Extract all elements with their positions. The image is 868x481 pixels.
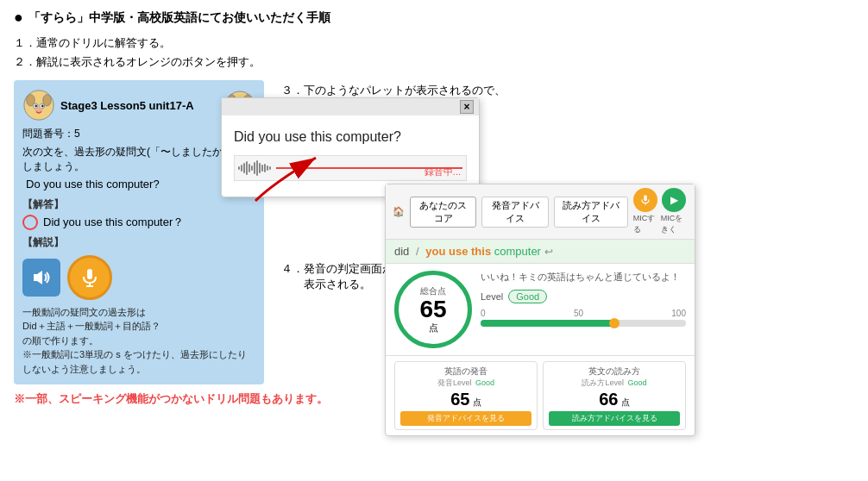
- step4-line2: 表示される。: [281, 277, 393, 292]
- score-mic-button[interactable]: [633, 188, 657, 212]
- waveform-bars: [238, 160, 271, 176]
- score-card-pronunciation: 英語の発音 発音Level Good 65 点 発音アドバイスを見る: [394, 361, 538, 430]
- score-panel: 🏠 あなたのスコア 発音アドバイス 読み方アドバイス MICする: [385, 184, 695, 436]
- content-area: Stage3 Lesson5 unit17-A 問題番号：5 次の文を、過去形の…: [14, 80, 854, 384]
- step1-label: １．通常のドリルに解答する。: [14, 34, 854, 53]
- play-icon: ▶: [670, 194, 678, 206]
- recording-dialog: × Did you use this computer?: [221, 97, 480, 197]
- card2-label: 英文の読み方: [549, 365, 680, 378]
- score-bar-marker: [609, 318, 620, 328]
- main-container: ● 「すらら」中学版・高校版英語にてお使いいただく手順 １．通常のドリルに解答す…: [0, 0, 868, 415]
- score-right-area: いいね！キミの英語はちゃんと通じているよ！ Level Good 0 50 10…: [481, 271, 686, 348]
- level-row: Level Good: [481, 290, 686, 303]
- recording-label: 録音中...: [425, 166, 461, 178]
- word-slash: /: [416, 245, 422, 258]
- word-computer: computer: [494, 245, 541, 258]
- word-you: you: [425, 245, 445, 258]
- header-line: ● 「すらら」中学版・高校版英語にてお使いいただく手順: [14, 9, 854, 27]
- speaker-button[interactable]: [22, 259, 60, 297]
- level-label: Level: [481, 291, 503, 302]
- explanation-label: 【解説】: [22, 235, 255, 250]
- play-label: MICをきく: [661, 213, 688, 235]
- svg-marker-16: [34, 271, 42, 284]
- word-this: this: [471, 245, 491, 258]
- card1-score-row: 65 点: [400, 389, 531, 409]
- svg-point-7: [35, 108, 43, 113]
- score-bar-area: 0 50 100: [481, 309, 686, 327]
- score-body: 総合点 65 点 いいね！キミの英語はちゃんと通じているよ！ Level Goo…: [386, 264, 695, 355]
- score-panel-header: 🏠 あなたのスコア 発音アドバイス 読み方アドバイス MICする: [386, 184, 695, 240]
- tab-reading-button[interactable]: 読み方アドバイス: [554, 197, 628, 228]
- score-card-reading: 英文の読み方 読み方Level Good 66 点 読み方アドバイスを見る: [543, 361, 686, 430]
- card1-score: 65: [450, 390, 469, 409]
- dialog-close-button[interactable]: ×: [460, 100, 474, 114]
- speaker-icon: [31, 267, 52, 288]
- score-words-area: did / you use this computer ↩: [386, 240, 695, 264]
- answer-line: Did you use this computer？: [22, 215, 255, 230]
- explanation-section: 【解説】: [22, 235, 255, 377]
- explanation-text: 一般動詞の疑問文の過去形は Did＋主語＋一般動詞＋目的語？ の順で作ります。 …: [22, 305, 255, 377]
- score-feedback: いいね！キミの英語はちゃんと通じているよ！: [481, 271, 686, 284]
- card2-score-row: 66 点: [549, 389, 680, 409]
- score-bottom-cards: 英語の発音 発音Level Good 65 点 発音アドバイスを見る 英文の読み…: [386, 355, 695, 435]
- page-title: 「すらら」中学版・高校版英語にてお使いいただく手順: [28, 10, 330, 26]
- card2-sublabel: 読み方Level Good: [549, 378, 680, 389]
- total-score-num: 65: [419, 297, 446, 322]
- bar-mid: 50: [574, 309, 583, 318]
- dialog-sentence: Did you use this computer?: [234, 129, 467, 145]
- bar-max: 100: [671, 309, 686, 318]
- score-bar-fill: [481, 320, 614, 327]
- step4-line1: ４．発音の判定画面が: [281, 261, 393, 277]
- step2-label: ２．解説に表示されるオレンジのボタンを押す。: [14, 53, 854, 72]
- svg-rect-21: [644, 195, 647, 201]
- tab-pronunciation-button[interactable]: 発音アドバイス: [481, 197, 548, 228]
- answer-section: 【解答】 Did you use this computer？: [22, 197, 255, 230]
- svg-rect-17: [87, 269, 92, 279]
- score-action-buttons: MICする ▶ MICをきく: [633, 188, 688, 235]
- answer-text: Did you use this computer？: [43, 215, 184, 230]
- score-play-button[interactable]: ▶: [662, 188, 686, 212]
- card1-label: 英語の発音: [400, 365, 531, 378]
- mic-button[interactable]: [67, 255, 112, 300]
- total-score-unit: 点: [429, 322, 438, 334]
- word-use: use: [449, 245, 468, 258]
- waveform-area: 録音中...: [234, 155, 467, 181]
- svg-point-6: [41, 105, 44, 108]
- bullet: ●: [14, 9, 23, 27]
- mic-label: MICする: [633, 213, 657, 235]
- score-mic-icon: [639, 194, 651, 206]
- score-bar-track: [481, 320, 686, 327]
- answer-circle-icon: [22, 215, 38, 230]
- tab-score-button[interactable]: あなたのスコア: [410, 197, 476, 228]
- word-did: did: [394, 245, 409, 258]
- steps-left: １．通常のドリルに解答する。 ２．解説に表示されるオレンジのボタンを押す。: [14, 34, 854, 72]
- explanation-buttons: [22, 255, 255, 300]
- level-value: Good: [508, 290, 547, 303]
- score-circle-area: 総合点 65 点: [394, 271, 472, 348]
- score-circle: 総合点 65 点: [394, 271, 472, 348]
- stage-title: Stage3 Lesson5 unit17-A: [60, 99, 194, 112]
- dog-icon-left: [22, 89, 55, 122]
- card1-sublabel: 発音Level Good: [400, 378, 531, 389]
- card2-btn[interactable]: 読み方アドバイスを見る: [549, 411, 680, 426]
- card1-btn[interactable]: 発音アドバイスを見る: [400, 411, 531, 426]
- dialog-titlebar: ×: [222, 98, 479, 116]
- answer-label: 【解答】: [22, 197, 255, 212]
- card2-score: 66: [599, 390, 618, 409]
- svg-point-5: [35, 105, 37, 108]
- bar-min: 0: [481, 309, 486, 318]
- card2-unit: 点: [621, 397, 630, 407]
- card1-unit: 点: [473, 397, 481, 407]
- step4-area: ４．発音の判定画面が 表示される。: [281, 261, 393, 292]
- mic-icon: [79, 267, 100, 288]
- score-bar-labels: 0 50 100: [481, 309, 686, 318]
